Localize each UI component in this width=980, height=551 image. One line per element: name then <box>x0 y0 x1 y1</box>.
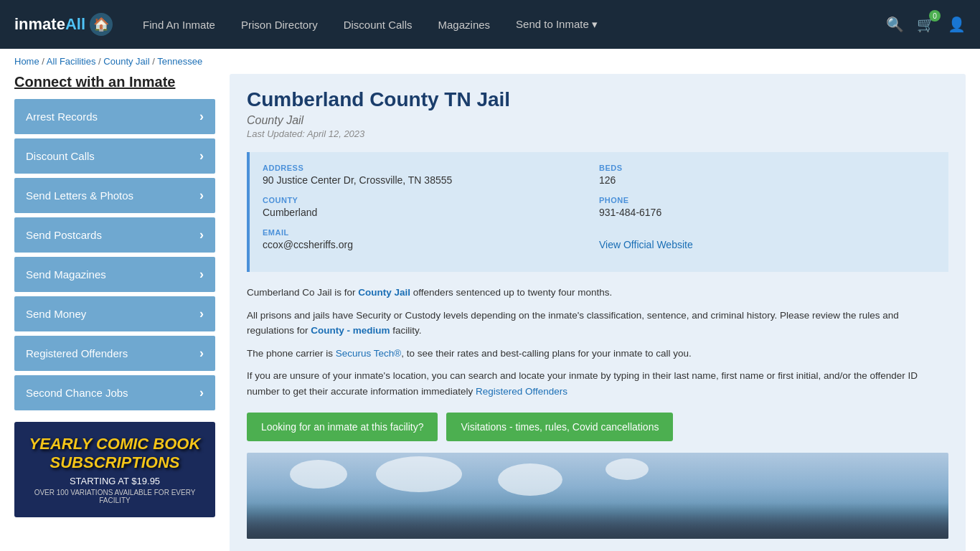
info-grid: ADDRESS 90 Justice Center Dr, Crossville… <box>247 152 948 272</box>
action-buttons: Looking for an inmate at this facility? … <box>247 413 948 441</box>
logo[interactable]: inmateAll 🏠 <box>14 11 114 37</box>
ad-banner[interactable]: YEARLY COMIC BOOK SUBSCRIPTIONS STARTING… <box>14 422 215 517</box>
email-cell: EMAIL ccox@ccsheriffs.org <box>263 228 599 250</box>
arrow-icon: › <box>199 346 204 361</box>
sidebar-heading: Connect with an Inmate <box>14 74 215 90</box>
website-cell: View Official Website <box>599 228 936 250</box>
logo-text: inmateAll <box>14 15 85 34</box>
arrow-icon: › <box>199 306 204 321</box>
arrow-icon: › <box>199 227 204 242</box>
breadcrumb: Home / All Facilities / County Jail / Te… <box>0 49 980 74</box>
phone-cell: PHONE 931-484-6176 <box>599 196 936 218</box>
beds-label: BEDS <box>599 164 936 172</box>
desc3: The phone carrier is Securus Tech®, to s… <box>247 346 948 362</box>
header-icons: 🔍 🛒 0 👤 <box>886 16 966 33</box>
arrow-icon: › <box>199 109 204 124</box>
sidebar-btn-second-chance-jobs[interactable]: Second Chance Jobs › <box>14 375 215 410</box>
email-value: ccox@ccsheriffs.org <box>263 239 599 250</box>
breadcrumb-county-jail[interactable]: County Jail <box>103 56 149 67</box>
county-value: Cumberland <box>263 207 599 218</box>
phone-label: PHONE <box>599 196 936 204</box>
facility-updated: Last Updated: April 12, 2023 <box>247 128 948 139</box>
county-jail-link1[interactable]: County Jail <box>358 287 410 298</box>
sidebar-btn-arrest-records[interactable]: Arrest Records › <box>14 99 215 134</box>
sidebar-label-arrest-records: Arrest Records <box>26 110 98 123</box>
sidebar-btn-registered-offenders[interactable]: Registered Offenders › <box>14 336 215 371</box>
ad-note: OVER 100 VARIATIONS AVAILABLE FOR EVERY … <box>23 489 207 504</box>
search-icon[interactable]: 🔍 <box>886 16 904 33</box>
address-label: ADDRESS <box>263 164 599 172</box>
sidebar-btn-send-money[interactable]: Send Money › <box>14 296 215 331</box>
nav-magazines[interactable]: Magazines <box>438 19 491 31</box>
sidebar-btn-send-magazines[interactable]: Send Magazines › <box>14 257 215 292</box>
svg-text:🏠: 🏠 <box>93 17 110 32</box>
sidebar-label-send-magazines: Send Magazines <box>26 268 106 281</box>
sidebar-label-discount-calls: Discount Calls <box>26 150 95 162</box>
county-medium-link[interactable]: County - medium <box>311 325 390 336</box>
address-cell: ADDRESS 90 Justice Center Dr, Crossville… <box>263 164 599 186</box>
main-header: inmateAll 🏠 Find An Inmate Prison Direct… <box>0 0 980 49</box>
ad-title: YEARLY COMIC BOOK SUBSCRIPTIONS <box>23 435 207 473</box>
arrow-icon: › <box>199 188 204 203</box>
nav-prison-directory[interactable]: Prison Directory <box>241 19 318 31</box>
main-layout: Connect with an Inmate Arrest Records › … <box>0 74 980 551</box>
nav-send-to-inmate[interactable]: Send to Inmate ▾ <box>516 18 598 31</box>
nav-discount-calls[interactable]: Discount Calls <box>344 19 413 31</box>
sidebar-label-send-money: Send Money <box>26 308 86 320</box>
arrow-icon: › <box>199 149 204 164</box>
looking-for-inmate-button[interactable]: Looking for an inmate at this facility? <box>247 413 438 441</box>
sidebar-btn-discount-calls[interactable]: Discount Calls › <box>14 138 215 174</box>
breadcrumb-all-facilities[interactable]: All Facilities <box>47 56 96 67</box>
address-value: 90 Justice Center Dr, Crossville, TN 385… <box>263 174 599 186</box>
registered-offenders-link[interactable]: Registered Offenders <box>476 386 567 397</box>
facility-title: Cumberland County TN Jail <box>247 88 948 111</box>
sidebar-btn-send-letters[interactable]: Send Letters & Photos › <box>14 178 215 213</box>
website-link[interactable]: View Official Website <box>599 239 693 250</box>
breadcrumb-tennessee[interactable]: Tennessee <box>157 56 202 67</box>
cart-badge: 0 <box>929 10 941 22</box>
facility-photo <box>247 453 948 539</box>
sidebar-label-send-letters: Send Letters & Photos <box>26 189 133 202</box>
desc1: Cumberland Co Jail is for County Jail of… <box>247 285 948 301</box>
sidebar-btn-send-postcards[interactable]: Send Postcards › <box>14 217 215 253</box>
arrow-icon: › <box>199 267 204 282</box>
desc4: If you are unsure of your inmate's locat… <box>247 368 948 399</box>
visitations-button[interactable]: Visitations - times, rules, Covid cancel… <box>446 413 673 441</box>
website-spacer <box>599 228 936 237</box>
facility-type: County Jail <box>247 114 948 127</box>
main-nav: Find An Inmate Prison Directory Discount… <box>143 18 886 31</box>
county-label: COUNTY <box>263 196 599 204</box>
ad-price: STARTING AT $19.95 <box>23 476 207 486</box>
beds-value: 126 <box>599 174 936 186</box>
sidebar-label-send-postcards: Send Postcards <box>26 229 102 241</box>
county-cell: COUNTY Cumberland <box>263 196 599 218</box>
cart-wrap[interactable]: 🛒 0 <box>917 16 935 33</box>
phone-value: 931-484-6176 <box>599 207 936 218</box>
sidebar-label-second-chance-jobs: Second Chance Jobs <box>26 387 128 399</box>
facility-content: Cumberland County TN Jail County Jail La… <box>230 74 966 551</box>
beds-cell: BEDS 126 <box>599 164 936 186</box>
desc2: All prisons and jails have Security or C… <box>247 308 948 339</box>
securus-link[interactable]: Securus Tech® <box>336 348 402 359</box>
email-label: EMAIL <box>263 228 599 237</box>
breadcrumb-home[interactable]: Home <box>14 56 39 67</box>
logo-icon: 🏠 <box>88 11 114 37</box>
nav-find-inmate[interactable]: Find An Inmate <box>143 19 215 31</box>
user-icon[interactable]: 👤 <box>948 16 966 33</box>
sidebar: Connect with an Inmate Arrest Records › … <box>14 74 215 551</box>
sidebar-label-registered-offenders: Registered Offenders <box>26 347 128 359</box>
arrow-icon: › <box>199 385 204 400</box>
